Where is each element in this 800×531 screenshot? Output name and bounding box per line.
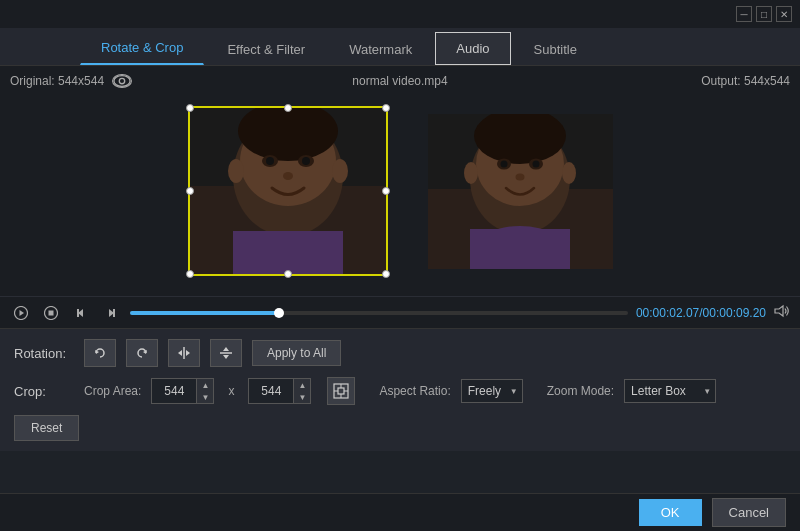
bottom-bar: OK Cancel	[0, 493, 800, 531]
svg-point-25	[515, 173, 524, 180]
svg-rect-33	[49, 310, 54, 315]
video-filename: normal video.mp4	[352, 74, 447, 88]
video-area: Original: 544x544 normal video.mp4 Outpu…	[0, 66, 800, 296]
rotation-row: Rotation: Apply to All	[14, 339, 786, 367]
time-display: 00:00:02.07/00:00:09.20	[636, 306, 766, 320]
x-separator: x	[228, 384, 234, 398]
svg-marker-45	[223, 347, 229, 351]
tab-effect-filter[interactable]: Effect & Filter	[206, 33, 326, 65]
svg-marker-31	[20, 310, 25, 316]
crop-height-down[interactable]: ▼	[294, 391, 310, 403]
svg-point-12	[228, 159, 244, 183]
timeline: 00:00:02.07/00:00:09.20	[0, 296, 800, 328]
zoom-mode-label: Zoom Mode:	[547, 384, 614, 398]
aspect-ratio-dropdown-wrap: Freely 16:9 4:3 1:1 9:16	[461, 379, 523, 403]
rotate-cw-button[interactable]	[126, 339, 158, 367]
svg-point-11	[283, 172, 293, 180]
progress-track[interactable]	[130, 311, 628, 315]
maximize-button[interactable]: □	[756, 6, 772, 22]
reset-row: Reset	[14, 415, 786, 441]
zoom-mode-dropdown-wrap: Letter Box Pan & Scan Full	[624, 379, 716, 403]
crop-width-spinners: ▲ ▼	[196, 379, 213, 403]
crop-height-input[interactable]	[249, 379, 293, 403]
aspect-ratio-label: Aspect Ratio:	[379, 384, 450, 398]
progress-fill	[130, 311, 279, 315]
tab-subtitle[interactable]: Subtitle	[513, 33, 598, 65]
apply-to-all-button[interactable]: Apply to All	[252, 340, 341, 366]
aspect-ratio-dropdown[interactable]: Freely 16:9 4:3 1:1 9:16	[461, 379, 523, 403]
volume-icon[interactable]	[774, 304, 790, 321]
crop-width-input[interactable]	[152, 379, 196, 403]
flip-horizontal-button[interactable]	[168, 339, 200, 367]
controls-area: Rotation: Apply to All Crop: Crop Area: …	[0, 328, 800, 451]
left-preview	[188, 106, 388, 276]
stop-button[interactable]	[40, 302, 62, 324]
svg-point-0	[114, 76, 130, 87]
rotate-ccw-button[interactable]	[84, 339, 116, 367]
svg-point-27	[562, 162, 576, 184]
crop-width-up[interactable]: ▲	[197, 379, 213, 391]
title-bar: ─ □ ✕	[0, 0, 800, 28]
output-size-label: Output: 544x544	[701, 74, 790, 88]
rotation-label: Rotation:	[14, 346, 74, 361]
minimize-button[interactable]: ─	[736, 6, 752, 22]
svg-point-10	[302, 157, 310, 165]
reset-button[interactable]: Reset	[14, 415, 79, 441]
left-video-frame	[188, 106, 388, 276]
ok-button[interactable]: OK	[639, 499, 702, 526]
crop-height-spinners: ▲ ▼	[293, 379, 310, 403]
svg-marker-43	[186, 350, 190, 356]
svg-marker-46	[223, 355, 229, 359]
svg-rect-15	[233, 231, 343, 276]
zoom-mode-dropdown[interactable]: Letter Box Pan & Scan Full	[624, 379, 716, 403]
crop-row: Crop: Crop Area: ▲ ▼ x ▲ ▼	[14, 377, 786, 405]
tab-rotate-crop[interactable]: Rotate & Crop	[80, 31, 204, 65]
play-button[interactable]	[10, 302, 32, 324]
tab-bar: Rotate & Crop Effect & Filter Watermark …	[0, 28, 800, 66]
center-crop-button[interactable]	[327, 377, 355, 405]
eye-icon[interactable]	[112, 74, 132, 88]
crop-width-down[interactable]: ▼	[197, 391, 213, 403]
svg-point-13	[332, 159, 348, 183]
svg-rect-35	[77, 309, 79, 317]
next-frame-button[interactable]	[100, 302, 122, 324]
svg-rect-48	[338, 388, 344, 394]
svg-point-24	[532, 160, 539, 167]
close-button[interactable]: ✕	[776, 6, 792, 22]
right-video-frame	[428, 114, 613, 269]
svg-rect-37	[113, 309, 115, 317]
svg-point-26	[464, 162, 478, 184]
right-preview	[428, 114, 613, 269]
crop-height-input-wrap: ▲ ▼	[248, 378, 311, 404]
crop-label: Crop:	[14, 384, 74, 399]
svg-marker-42	[178, 350, 182, 356]
svg-point-1	[119, 78, 124, 83]
original-size-label: Original: 544x544	[10, 74, 132, 88]
flip-vertical-button[interactable]	[210, 339, 242, 367]
tab-watermark[interactable]: Watermark	[328, 33, 433, 65]
svg-marker-38	[775, 306, 783, 316]
video-panels	[0, 96, 800, 286]
svg-point-23	[500, 160, 507, 167]
prev-frame-button[interactable]	[70, 302, 92, 324]
svg-rect-29	[470, 229, 570, 269]
svg-point-9	[266, 157, 274, 165]
tab-audio[interactable]: Audio	[435, 32, 510, 65]
crop-height-up[interactable]: ▲	[294, 379, 310, 391]
crop-width-input-wrap: ▲ ▼	[151, 378, 214, 404]
cancel-button[interactable]: Cancel	[712, 498, 786, 527]
crop-area-label: Crop Area:	[84, 384, 141, 398]
progress-thumb[interactable]	[274, 308, 284, 318]
